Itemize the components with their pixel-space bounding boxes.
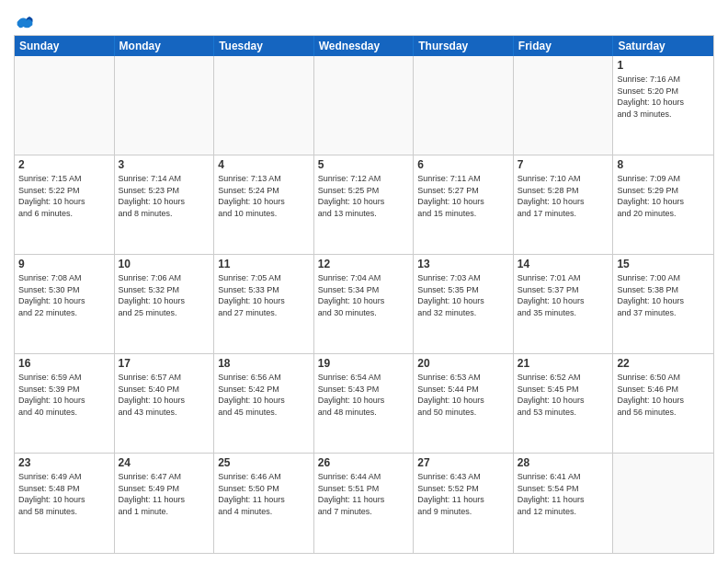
cell-info: Sunrise: 7:00 AM Sunset: 5:38 PM Dayligh…	[617, 272, 710, 318]
cell-info: Sunrise: 6:44 AM Sunset: 5:51 PM Dayligh…	[318, 471, 410, 517]
day-number: 21	[518, 357, 609, 370]
day-number: 3	[119, 158, 210, 171]
day-number: 19	[318, 357, 410, 370]
cell-info: Sunrise: 6:59 AM Sunset: 5:39 PM Dayligh…	[18, 372, 110, 418]
cal-cell-2: 2Sunrise: 7:15 AM Sunset: 5:22 PM Daylig…	[15, 155, 115, 254]
cell-info: Sunrise: 7:13 AM Sunset: 5:24 PM Dayligh…	[218, 173, 310, 219]
cell-info: Sunrise: 7:14 AM Sunset: 5:23 PM Dayligh…	[119, 173, 210, 219]
cell-info: Sunrise: 7:08 AM Sunset: 5:30 PM Dayligh…	[18, 272, 110, 318]
day-number: 14	[518, 258, 609, 270]
day-number: 18	[218, 357, 310, 370]
day-number: 28	[518, 456, 609, 469]
cal-cell-11: 11Sunrise: 7:05 AM Sunset: 5:33 PM Dayli…	[214, 255, 314, 353]
cell-info: Sunrise: 6:47 AM Sunset: 5:49 PM Dayligh…	[119, 471, 210, 517]
day-number: 5	[318, 158, 410, 171]
cal-cell-empty-0-0	[15, 56, 115, 155]
cal-cell-14: 14Sunrise: 7:01 AM Sunset: 5:37 PM Dayli…	[514, 255, 614, 353]
day-number: 9	[18, 258, 110, 270]
cal-cell-10: 10Sunrise: 7:06 AM Sunset: 5:32 PM Dayli…	[115, 255, 215, 353]
day-number: 12	[318, 258, 410, 270]
day-number: 7	[518, 158, 609, 171]
cell-info: Sunrise: 7:03 AM Sunset: 5:35 PM Dayligh…	[417, 272, 509, 318]
header-day-thursday: Thursday	[414, 36, 514, 56]
page: SundayMondayTuesdayWednesdayThursdayFrid…	[0, 0, 728, 563]
week-row-5: 23Sunrise: 6:49 AM Sunset: 5:48 PM Dayli…	[15, 454, 713, 553]
calendar-header: SundayMondayTuesdayWednesdayThursdayFrid…	[15, 36, 713, 56]
cal-cell-8: 8Sunrise: 7:09 AM Sunset: 5:29 PM Daylig…	[613, 155, 713, 254]
header-day-tuesday: Tuesday	[214, 36, 314, 56]
calendar-body: 1Sunrise: 7:16 AM Sunset: 5:20 PM Daylig…	[15, 56, 713, 553]
day-number: 22	[617, 357, 710, 370]
cal-cell-12: 12Sunrise: 7:04 AM Sunset: 5:34 PM Dayli…	[314, 255, 415, 353]
cal-cell-empty-0-1	[115, 56, 215, 155]
day-number: 10	[119, 258, 210, 270]
cell-info: Sunrise: 7:12 AM Sunset: 5:25 PM Dayligh…	[318, 173, 410, 219]
cell-info: Sunrise: 6:50 AM Sunset: 5:46 PM Dayligh…	[617, 372, 710, 418]
cell-info: Sunrise: 6:57 AM Sunset: 5:40 PM Dayligh…	[119, 372, 210, 418]
day-number: 6	[417, 158, 509, 171]
cal-cell-3: 3Sunrise: 7:14 AM Sunset: 5:23 PM Daylig…	[115, 155, 215, 254]
cal-cell-empty-4-6	[613, 454, 713, 553]
cal-cell-27: 27Sunrise: 6:43 AM Sunset: 5:52 PM Dayli…	[414, 454, 514, 553]
week-row-1: 1Sunrise: 7:16 AM Sunset: 5:20 PM Daylig…	[15, 56, 713, 155]
cal-cell-23: 23Sunrise: 6:49 AM Sunset: 5:48 PM Dayli…	[15, 454, 115, 553]
cal-cell-16: 16Sunrise: 6:59 AM Sunset: 5:39 PM Dayli…	[15, 354, 115, 453]
cell-info: Sunrise: 7:05 AM Sunset: 5:33 PM Dayligh…	[218, 272, 310, 318]
cal-cell-6: 6Sunrise: 7:11 AM Sunset: 5:27 PM Daylig…	[414, 155, 514, 254]
header-day-wednesday: Wednesday	[314, 36, 415, 56]
cell-info: Sunrise: 6:46 AM Sunset: 5:50 PM Dayligh…	[218, 471, 310, 517]
cal-cell-empty-0-5	[514, 56, 614, 155]
cal-cell-20: 20Sunrise: 6:53 AM Sunset: 5:44 PM Dayli…	[414, 354, 514, 453]
day-number: 1	[617, 59, 710, 72]
logo	[14, 13, 34, 28]
header-day-saturday: Saturday	[613, 36, 713, 56]
cal-cell-empty-0-4	[414, 56, 514, 155]
cell-info: Sunrise: 6:43 AM Sunset: 5:52 PM Dayligh…	[417, 471, 509, 517]
header-day-monday: Monday	[115, 36, 215, 56]
cal-cell-26: 26Sunrise: 6:44 AM Sunset: 5:51 PM Dayli…	[314, 454, 415, 553]
day-number: 23	[18, 456, 110, 469]
cal-cell-5: 5Sunrise: 7:12 AM Sunset: 5:25 PM Daylig…	[314, 155, 415, 254]
cell-info: Sunrise: 6:54 AM Sunset: 5:43 PM Dayligh…	[318, 372, 410, 418]
cell-info: Sunrise: 6:52 AM Sunset: 5:45 PM Dayligh…	[518, 372, 609, 418]
cal-cell-empty-0-3	[314, 56, 415, 155]
cell-info: Sunrise: 6:41 AM Sunset: 5:54 PM Dayligh…	[518, 471, 609, 517]
cal-cell-9: 9Sunrise: 7:08 AM Sunset: 5:30 PM Daylig…	[15, 255, 115, 353]
day-number: 4	[218, 158, 310, 171]
day-number: 24	[119, 456, 210, 469]
day-number: 27	[417, 456, 509, 469]
cal-cell-25: 25Sunrise: 6:46 AM Sunset: 5:50 PM Dayli…	[214, 454, 314, 553]
cal-cell-28: 28Sunrise: 6:41 AM Sunset: 5:54 PM Dayli…	[514, 454, 614, 553]
cell-info: Sunrise: 7:04 AM Sunset: 5:34 PM Dayligh…	[318, 272, 410, 318]
logo-icon	[16, 13, 34, 31]
cal-cell-1: 1Sunrise: 7:16 AM Sunset: 5:20 PM Daylig…	[613, 56, 713, 155]
cell-info: Sunrise: 6:53 AM Sunset: 5:44 PM Dayligh…	[417, 372, 509, 418]
day-number: 25	[218, 456, 310, 469]
cell-info: Sunrise: 7:16 AM Sunset: 5:20 PM Dayligh…	[617, 74, 710, 120]
cal-cell-17: 17Sunrise: 6:57 AM Sunset: 5:40 PM Dayli…	[115, 354, 215, 453]
cal-cell-15: 15Sunrise: 7:00 AM Sunset: 5:38 PM Dayli…	[613, 255, 713, 353]
cal-cell-22: 22Sunrise: 6:50 AM Sunset: 5:46 PM Dayli…	[613, 354, 713, 453]
week-row-4: 16Sunrise: 6:59 AM Sunset: 5:39 PM Dayli…	[15, 354, 713, 454]
cell-info: Sunrise: 6:49 AM Sunset: 5:48 PM Dayligh…	[18, 471, 110, 517]
week-row-3: 9Sunrise: 7:08 AM Sunset: 5:30 PM Daylig…	[15, 255, 713, 354]
cal-cell-21: 21Sunrise: 6:52 AM Sunset: 5:45 PM Dayli…	[514, 354, 614, 453]
day-number: 2	[18, 158, 110, 171]
cal-cell-18: 18Sunrise: 6:56 AM Sunset: 5:42 PM Dayli…	[214, 354, 314, 453]
cell-info: Sunrise: 7:09 AM Sunset: 5:29 PM Dayligh…	[617, 173, 710, 219]
cell-info: Sunrise: 6:56 AM Sunset: 5:42 PM Dayligh…	[218, 372, 310, 418]
day-number: 16	[18, 357, 110, 370]
cal-cell-4: 4Sunrise: 7:13 AM Sunset: 5:24 PM Daylig…	[214, 155, 314, 254]
cal-cell-13: 13Sunrise: 7:03 AM Sunset: 5:35 PM Dayli…	[414, 255, 514, 353]
header-day-friday: Friday	[514, 36, 614, 56]
cal-cell-empty-0-2	[214, 56, 314, 155]
cell-info: Sunrise: 7:11 AM Sunset: 5:27 PM Dayligh…	[417, 173, 509, 219]
cell-info: Sunrise: 7:06 AM Sunset: 5:32 PM Dayligh…	[119, 272, 210, 318]
header	[14, 9, 714, 28]
week-row-2: 2Sunrise: 7:15 AM Sunset: 5:22 PM Daylig…	[15, 155, 713, 255]
cal-cell-24: 24Sunrise: 6:47 AM Sunset: 5:49 PM Dayli…	[115, 454, 215, 553]
day-number: 15	[617, 258, 710, 270]
cal-cell-19: 19Sunrise: 6:54 AM Sunset: 5:43 PM Dayli…	[314, 354, 415, 453]
calendar: SundayMondayTuesdayWednesdayThursdayFrid…	[14, 35, 714, 554]
cell-info: Sunrise: 7:15 AM Sunset: 5:22 PM Dayligh…	[18, 173, 110, 219]
